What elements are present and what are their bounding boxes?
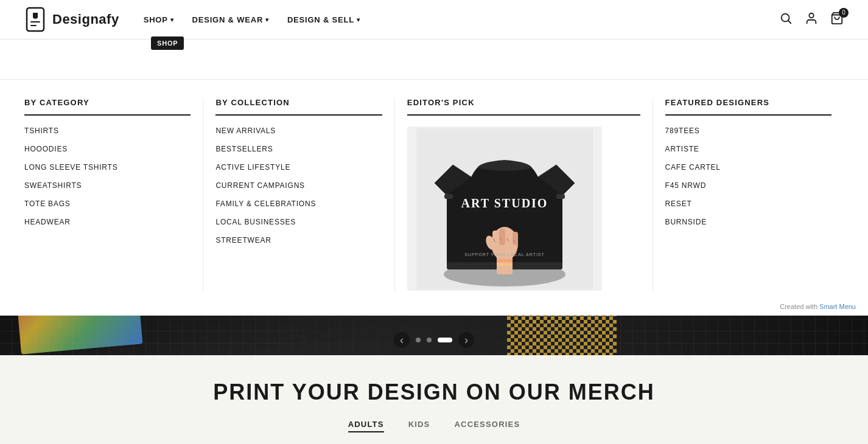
- svg-rect-10: [556, 194, 565, 199]
- art-studio-sweatshirt-svg: ART STUDIO: [416, 128, 593, 290]
- carousel-dot-1[interactable]: [416, 338, 421, 342]
- nav-design-sell-label: DESIGN & SELL: [287, 15, 354, 24]
- nav-shop[interactable]: SHOP ▾: [144, 2, 174, 38]
- menu-item-long-sleeve[interactable]: LONG SLEEVE TSHIRTS: [24, 163, 191, 172]
- menu-section-editors-pick: EDITOR'S PICK ART ST: [407, 98, 653, 291]
- tab-adults[interactable]: ADULTS: [348, 420, 384, 432]
- menu-section-collection: BY COLLECTION NEW ARRIVALS BESTSELLERS A…: [215, 98, 394, 291]
- menu-section-featured-designers: FEATURED DESIGNERS 789TEES ARTISTE CAFE …: [665, 98, 844, 291]
- nav-design-sell[interactable]: DESIGN & SELL ▾: [287, 2, 360, 38]
- menu-item-current-campaigns[interactable]: CURRENT CAMPAIGNS: [215, 181, 382, 190]
- nav-shop-label: SHOP: [144, 15, 168, 24]
- user-icon: [805, 12, 818, 25]
- svg-point-5: [809, 13, 813, 17]
- menu-item-streetwear[interactable]: STREETWEAR: [215, 236, 382, 245]
- menu-item-headwear[interactable]: HEADWEAR: [24, 218, 191, 226]
- svg-text:ART STUDIO: ART STUDIO: [461, 196, 548, 210]
- svg-rect-17: [513, 232, 518, 245]
- menu-item-f45-nrwd[interactable]: F45 NRWD: [665, 181, 831, 190]
- menu-item-new-arrivals[interactable]: NEW ARRIVALS: [215, 127, 382, 135]
- svg-point-3: [782, 13, 789, 21]
- menu-item-tshirts[interactable]: TSHIRTS: [24, 127, 191, 135]
- mega-menu: BY CATEGORY TSHIRTS HOOODIES LONG SLEEVE…: [0, 79, 868, 316]
- menu-item-bestsellers[interactable]: BESTSELLERS: [215, 145, 382, 153]
- lower-section: PRINT YOUR DESIGN ON OUR MERCH ADULTS KI…: [0, 355, 868, 444]
- menu-item-burnside[interactable]: BURNSIDE: [665, 218, 831, 226]
- menu-item-sweatshirts[interactable]: SWEATSHIRTS: [24, 181, 191, 190]
- logo-text: Designafy: [52, 12, 119, 27]
- svg-rect-2: [30, 25, 37, 26]
- smart-menu-link[interactable]: Smart Menu: [819, 303, 856, 310]
- carousel-dot-2[interactable]: [427, 338, 432, 342]
- tab-kids[interactable]: KIDS: [408, 420, 430, 432]
- menu-item-tote-bags[interactable]: TOTE BAGS: [24, 199, 191, 208]
- svg-rect-15: [499, 229, 505, 245]
- lower-tabs: ADULTS KIDS ACCESSORIES: [24, 420, 844, 432]
- chevron-down-icon: ▾: [170, 16, 174, 23]
- svg-rect-0: [27, 8, 44, 31]
- menu-item-reset[interactable]: RESET: [665, 199, 831, 208]
- carousel-dot-3[interactable]: [438, 338, 452, 342]
- logo-icon: [24, 7, 46, 32]
- svg-rect-16: [506, 229, 512, 245]
- tab-accessories[interactable]: ACCESSORIES: [454, 420, 520, 432]
- svg-rect-1: [30, 21, 40, 23]
- menu-item-family-celebrations[interactable]: FAMILY & CELEBRATIONS: [215, 199, 382, 208]
- editors-pick-title: EDITOR'S PICK: [407, 98, 640, 116]
- collection-title: BY COLLECTION: [215, 98, 382, 116]
- search-icon: [779, 12, 793, 25]
- svg-line-4: [788, 21, 791, 23]
- shop-tooltip: SHOP: [151, 36, 184, 50]
- menu-section-category: BY CATEGORY TSHIRTS HOOODIES LONG SLEEVE…: [24, 98, 203, 291]
- editors-pick-image[interactable]: ART STUDIO: [407, 127, 602, 291]
- menu-item-789tees[interactable]: 789TEES: [665, 127, 831, 135]
- nav-design-wear-label: DESIGN & WEAR: [192, 15, 264, 24]
- smart-menu-created-text: Created with: [780, 303, 817, 310]
- header-right: 0: [779, 12, 844, 28]
- chevron-down-icon: ▾: [357, 16, 360, 23]
- main-nav: SHOP ▾ DESIGN & WEAR ▾ DESIGN & SELL ▾: [144, 2, 360, 38]
- carousel-next-button[interactable]: ›: [458, 332, 474, 348]
- header: Designafy SHOP ▾ DESIGN & WEAR ▾ DESIGN …: [0, 0, 868, 40]
- cart-button[interactable]: 0: [830, 12, 844, 28]
- nav-design-wear[interactable]: DESIGN & WEAR ▾: [192, 2, 269, 38]
- menu-item-artiste[interactable]: ARTISTE: [665, 145, 831, 153]
- menu-item-cafe-cartel[interactable]: CAFE CARTEL: [665, 163, 831, 172]
- carousel-controls: ‹ ›: [394, 332, 474, 348]
- smart-menu-credit: Created with Smart Menu: [780, 303, 856, 310]
- carousel-prev-button[interactable]: ‹: [394, 332, 410, 348]
- svg-rect-21: [497, 263, 513, 266]
- search-button[interactable]: [779, 12, 793, 28]
- cart-count: 0: [839, 8, 849, 18]
- header-left: Designafy SHOP ▾ DESIGN & WEAR ▾ DESIGN …: [24, 2, 360, 38]
- category-title: BY CATEGORY: [24, 98, 191, 116]
- lower-title: PRINT YOUR DESIGN ON OUR MERCH: [24, 380, 844, 405]
- featured-designers-title: FEATURED DESIGNERS: [665, 98, 831, 116]
- svg-rect-20: [497, 259, 513, 262]
- chevron-down-icon: ▾: [265, 16, 269, 23]
- menu-item-active-lifestyle[interactable]: ACTIVE LIFESTYLE: [215, 163, 382, 172]
- svg-rect-9: [444, 194, 453, 199]
- logo[interactable]: Designafy: [24, 7, 119, 32]
- menu-item-local-businesses[interactable]: LOCAL BUSINESSES: [215, 218, 382, 226]
- menu-item-hoodies[interactable]: HOOODIES: [24, 145, 191, 153]
- svg-text:SUPPORT YOUR LOCAL ARTIST: SUPPORT YOUR LOCAL ARTIST: [464, 252, 545, 257]
- account-button[interactable]: [805, 12, 818, 28]
